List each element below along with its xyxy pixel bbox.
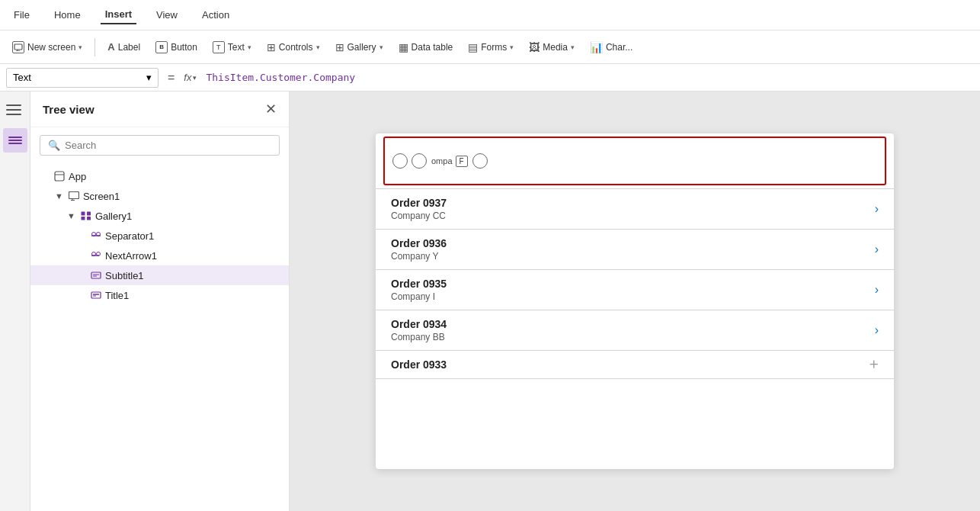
canvas-area: ompa F Order 0937 Company CC › <box>290 92 980 511</box>
data-table-button[interactable]: ▦ Data table <box>392 38 460 56</box>
gallery-item-6[interactable]: Order 0933 ✕ <box>376 351 894 379</box>
data-table-icon: ▦ <box>399 41 408 53</box>
menu-item-file[interactable]: File <box>9 6 34 24</box>
gallery-item-content-2: Order 0937 Company CC <box>391 197 875 221</box>
tree-item-gallery1[interactable]: ▼ Gallery1 <box>30 206 289 226</box>
gallery-item-subtitle-4: Company I <box>391 291 875 302</box>
forms-icon: ▤ <box>468 41 478 53</box>
gallery-item-title-4: Order 0935 <box>391 278 875 290</box>
menu-item-insert[interactable]: Insert <box>101 5 136 24</box>
app-icon <box>53 170 66 182</box>
screen1-label: Screen1 <box>83 191 120 202</box>
tree-view-title: Tree view <box>43 103 94 116</box>
layers-icon <box>8 135 22 146</box>
sidebar-icons <box>0 92 30 511</box>
gallery-item-content-3: Order 0936 Company Y <box>391 237 875 262</box>
main-layout: Tree view ✕ 🔍 ▶ App ▼ <box>0 92 980 511</box>
gallery-item-subtitle-2: Company CC <box>391 211 875 221</box>
gallery-item-title-5: Order 0934 <box>391 318 875 330</box>
expand-arrow-gallery1[interactable]: ▼ <box>67 211 75 220</box>
label-icon: A <box>107 41 114 53</box>
chevron-down-icon: ▾ <box>78 43 82 51</box>
gallery-item-5[interactable]: Order 0934 Company BB › <box>376 310 894 351</box>
monitor-icon <box>12 41 24 53</box>
charts-icon: 📊 <box>590 41 603 53</box>
label-button[interactable]: A Label <box>101 38 146 56</box>
svg-rect-9 <box>87 212 91 216</box>
menu-item-view[interactable]: View <box>152 6 182 24</box>
svg-rect-8 <box>81 212 85 216</box>
hamburger-menu-button[interactable] <box>3 98 27 122</box>
tree-item-subtitle1[interactable]: ▶ Subtitle1 <box>30 265 289 285</box>
media-button[interactable]: 🖼 Media ▾ <box>523 38 581 56</box>
controls-button[interactable]: ⊞ Controls ▾ <box>261 38 326 56</box>
separator1-label: Separator1 <box>105 230 154 242</box>
tree-item-separator1[interactable]: ▶ Separator1 <box>30 226 289 246</box>
gallery-item-4[interactable]: Order 0935 Company I › <box>376 270 894 310</box>
title1-label: Title1 <box>105 290 129 301</box>
overlay-text: ompa <box>431 156 453 166</box>
subtitle1-label: Subtitle1 <box>105 270 144 281</box>
menu-bar: File Home Insert View Action <box>0 0 980 31</box>
tree-item-title1[interactable]: ▶ Title1 <box>30 285 289 305</box>
expand-arrow-screen1[interactable]: ▼ <box>55 191 63 201</box>
svg-rect-10 <box>81 217 85 220</box>
overlay-circle-right <box>472 153 488 169</box>
formula-bar: Text ▾ = fx ▾ <box>0 64 980 92</box>
gallery-item-3[interactable]: Order 0936 Company Y › <box>376 230 894 270</box>
hamburger-icon <box>3 101 24 118</box>
svg-rect-21 <box>91 292 101 298</box>
tree-view-header: Tree view ✕ <box>30 92 289 127</box>
gallery1-label: Gallery1 <box>95 211 132 222</box>
tree-item-screen1[interactable]: ▼ Screen1 <box>30 186 289 206</box>
gallery-list: ompa F Order 0937 Company CC › <box>376 133 894 379</box>
overlay-label-box: F <box>456 156 468 167</box>
separator-icon <box>90 230 102 242</box>
svg-rect-18 <box>91 272 101 278</box>
gallery-arrow-3: › <box>875 243 879 256</box>
toolbar: New screen ▾ A Label B Button T Text ▾ ⊞… <box>0 31 980 64</box>
fx-button[interactable]: fx ▾ <box>184 72 197 83</box>
svg-rect-11 <box>87 217 91 220</box>
overlay-circles <box>392 153 427 169</box>
layers-button[interactable] <box>3 128 27 153</box>
new-screen-button[interactable]: New screen ▾ <box>6 38 88 56</box>
gallery-button[interactable]: ⊞ Gallery ▾ <box>329 38 389 56</box>
gallery-item-content-4: Order 0935 Company I <box>391 278 875 302</box>
text-button[interactable]: T Text ▾ <box>207 38 258 56</box>
gallery-item-title-3: Order 0936 <box>391 237 875 249</box>
selected-item-overlay: ompa F <box>383 137 886 185</box>
chevron-down-icon: ▾ <box>316 43 320 51</box>
forms-button[interactable]: ▤ Forms ▾ <box>462 38 520 56</box>
nextarrow-icon <box>90 249 102 262</box>
gallery-item-1[interactable]: ompa F <box>376 133 894 189</box>
tree-item-nextarrow1[interactable]: ▶ NextArrow1 <box>30 246 289 265</box>
chevron-down-icon: ▾ <box>248 43 251 51</box>
menu-item-action[interactable]: Action <box>197 6 234 24</box>
overlay-circle-2 <box>412 153 427 169</box>
insert-button-btn[interactable]: B Button <box>149 38 203 56</box>
tree-items-list: ▶ App ▼ Screen1 <box>30 163 289 511</box>
equals-sign: = <box>168 71 175 85</box>
chevron-down-icon: ▾ <box>510 43 514 51</box>
chevron-down-icon: ▾ <box>380 43 383 51</box>
separator <box>94 38 95 56</box>
gallery-item-title-2: Order 0937 <box>391 197 875 209</box>
tree-item-app[interactable]: ▶ App <box>30 166 289 186</box>
gallery-arrow-5: › <box>875 323 879 337</box>
text-icon: T <box>213 41 225 53</box>
svg-rect-0 <box>14 44 22 50</box>
gallery-item-2[interactable]: Order 0937 Company CC › <box>376 189 894 230</box>
search-input[interactable] <box>65 140 271 151</box>
gallery-icon: ⊞ <box>335 41 344 53</box>
controls-icon: ⊞ <box>267 41 276 53</box>
formula-input[interactable] <box>206 72 974 83</box>
charts-button[interactable]: 📊 Char... <box>584 38 639 56</box>
menu-item-home[interactable]: Home <box>50 6 85 24</box>
property-selector[interactable]: Text ▾ <box>6 68 159 88</box>
overlay-circle-1 <box>392 153 408 169</box>
tree-close-button[interactable]: ✕ <box>265 101 277 117</box>
gallery-item-title-6: Order 0933 <box>391 358 870 371</box>
chevron-down-icon: ▾ <box>146 72 152 83</box>
screen-icon <box>68 190 80 202</box>
